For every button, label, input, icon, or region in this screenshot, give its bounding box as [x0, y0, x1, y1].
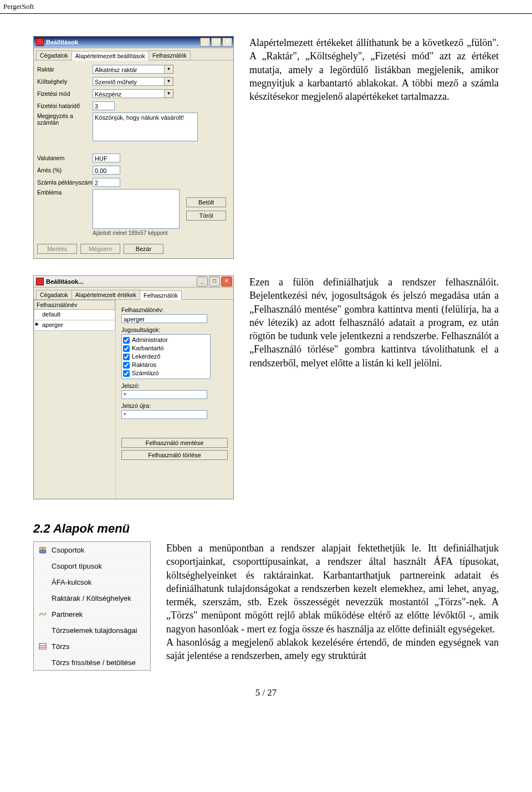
menu-item-raktarak[interactable]: Raktárak / Költséghelyek: [34, 590, 150, 606]
section-heading: 2.2 Alapok menü: [33, 522, 499, 536]
label-raktar: Raktár: [37, 66, 93, 73]
paragraph-1: Alapértelmezett értékeket állíthatunk be…: [249, 36, 499, 103]
dropdown-fizmod[interactable]: Készpénz: [93, 89, 165, 98]
svg-rect-2: [39, 550, 46, 553]
menu-item-torzs-frissites[interactable]: Törzs frissítése / betöltése: [34, 655, 150, 670]
alapok-menu: Csoportok Csoport típusok ÁFA-kulcsok Ra…: [33, 541, 151, 671]
tab-cegadatok[interactable]: Cégadatok: [36, 50, 72, 60]
input-felhnev[interactable]: aperger: [121, 314, 207, 323]
tab-alapertek-2[interactable]: Alapértelmezett értékek: [71, 290, 140, 299]
menu-label: Csoport típusok: [52, 562, 102, 570]
tab-felhasznalok-2[interactable]: Felhasználók: [140, 290, 182, 300]
dropdown-fizmod-arrow[interactable]: ▼: [165, 89, 173, 98]
menu-label: Törzs: [52, 642, 70, 651]
input-valuta[interactable]: HUF: [93, 154, 120, 162]
input-peldany[interactable]: 2: [93, 178, 120, 187]
label-koltseghely: Költséghely: [37, 78, 93, 85]
bezar-button[interactable]: Bezár: [124, 244, 163, 254]
dropdown-koltseghely[interactable]: Szerelő műhely: [93, 77, 165, 86]
label-valuta: Valutanem: [37, 155, 93, 161]
svg-point-0: [39, 547, 43, 550]
input-arres[interactable]: 0,00: [93, 166, 120, 175]
input-jelszo-ujra[interactable]: *: [121, 410, 207, 419]
menu-item-csoportok[interactable]: Csoportok: [34, 542, 150, 558]
betolt-button[interactable]: Betölt: [186, 197, 226, 207]
label-jelszo: Jelszó:: [121, 382, 228, 389]
minimize-button[interactable]: _: [200, 38, 210, 47]
right-lekerdezo[interactable]: Lekérdező: [123, 352, 209, 361]
paragraph-4: A hasonlóság a megjelenő ablakok kezelés…: [166, 636, 499, 663]
partners-icon: [38, 610, 47, 619]
label-emblema: Embléma: [37, 189, 93, 196]
page-header: PergerSoft: [0, 0, 532, 14]
empty-icon: [38, 626, 47, 635]
empty-icon: [38, 658, 47, 667]
grid-row-default[interactable]: default: [34, 310, 115, 320]
app-icon: [36, 38, 44, 46]
tabs-2: Cégadatok Alapértelmezett értékek Felhas…: [34, 288, 233, 300]
svg-rect-5: [39, 643, 46, 649]
textarea-megj[interactable]: Köszönjük, hogy nálunk vásárolt!: [93, 113, 198, 141]
tabs: Cégadatok Alapértelmezett beállítások Fe…: [34, 48, 233, 60]
label-peldany: Számla példányszám: [37, 179, 93, 186]
tab-felhasznalok[interactable]: Felhasználók: [149, 50, 191, 60]
grid-header: Felhasználónév: [34, 300, 115, 310]
window-title: Beállítások: [46, 39, 78, 45]
emblema-preview: [93, 189, 180, 229]
emblema-hint: Ajánlott méret 189x57 képpont: [37, 230, 230, 236]
tab-alapertelmezett[interactable]: Alapértelmezett beállítások: [71, 51, 149, 60]
close-button[interactable]: ×: [222, 38, 232, 47]
dropdown-raktar[interactable]: Alkatrész raktár: [93, 65, 165, 74]
menu-item-torzselemek[interactable]: Törzselemek tulajdonságai: [34, 622, 150, 638]
label-fizmod: Fizetési mód: [37, 90, 93, 97]
window-title-2: Beállítások...: [46, 278, 83, 285]
page-number: 5 / 27: [33, 687, 499, 698]
paragraph-3: Ebben a menüpontban a rendszer alapjait …: [166, 541, 499, 636]
svg-point-1: [43, 547, 46, 550]
right-raktaros[interactable]: Raktáros: [123, 361, 209, 369]
label-fizhat: Fizetési határidő: [37, 103, 93, 109]
maximize-button[interactable]: □: [209, 277, 220, 287]
menu-label: Csoportok: [52, 546, 84, 554]
label-megj: Megjegyzés a számlán: [37, 113, 93, 126]
menu-item-torzs[interactable]: Törzs: [34, 638, 150, 655]
right-administrator[interactable]: Administrator: [123, 336, 209, 344]
delete-user-button[interactable]: Felhasználó törlése: [121, 450, 228, 460]
user-grid[interactable]: Felhasználónév default aperger: [34, 300, 115, 331]
dropdown-koltseghely-arrow[interactable]: ▼: [165, 77, 173, 86]
menu-item-csoport-tipusok[interactable]: Csoport típusok: [34, 558, 150, 574]
save-user-button[interactable]: Felhasználó mentése: [121, 438, 228, 448]
dropdown-raktar-arrow[interactable]: ▼: [165, 65, 173, 74]
input-fizhat[interactable]: 3: [93, 101, 115, 110]
right-szamlazo[interactable]: Számlázó: [123, 369, 209, 377]
menu-label: Törzselemek tulajdonságai: [52, 626, 137, 635]
input-jelszo[interactable]: *: [121, 390, 207, 399]
menu-label: Partnerek: [52, 610, 83, 619]
settings-window-2: Beállítások... _ □ × Cégadatok Alapértel…: [33, 275, 234, 499]
svg-point-3: [40, 612, 43, 614]
groups-icon: [38, 545, 47, 554]
paragraph-2: Ezen a fülön definiálhatjuk a rendszer f…: [249, 275, 499, 370]
label-arres: Árrés (%): [37, 167, 93, 173]
menu-item-partnerek[interactable]: Partnerek: [34, 606, 150, 622]
menu-label: Törzs frissítése / betöltése: [52, 658, 136, 667]
tab-cegadatok-2[interactable]: Cégadatok: [36, 290, 72, 299]
grid-row-aperger[interactable]: aperger: [34, 320, 115, 331]
label-felhnev: Felhasználónév:: [121, 306, 228, 313]
megsem-button[interactable]: Mégsem: [80, 244, 120, 254]
minimize-button[interactable]: _: [197, 277, 208, 287]
torzs-icon: [38, 642, 47, 651]
app-icon: [36, 278, 44, 285]
label-jelszo-ujra: Jelszó újra:: [121, 402, 228, 409]
mentes-button[interactable]: Mentés: [37, 244, 77, 254]
torol-button[interactable]: Töröl: [186, 211, 226, 221]
right-karbantarto[interactable]: Karbantartó: [123, 344, 209, 352]
titlebar: Beállítások _ □ ×: [34, 37, 233, 48]
maximize-button[interactable]: □: [211, 38, 221, 47]
settings-window-1: Beállítások _ □ × Cégadatok Alapértelmez…: [33, 36, 234, 259]
svg-point-4: [43, 614, 45, 616]
close-button[interactable]: ×: [221, 277, 232, 287]
titlebar-2: Beállítások... _ □ ×: [34, 276, 233, 288]
rights-list[interactable]: Administrator Karbantartó Lekérdező Rakt…: [121, 334, 211, 379]
menu-item-afa[interactable]: ÁFA-kulcsok: [34, 574, 150, 590]
